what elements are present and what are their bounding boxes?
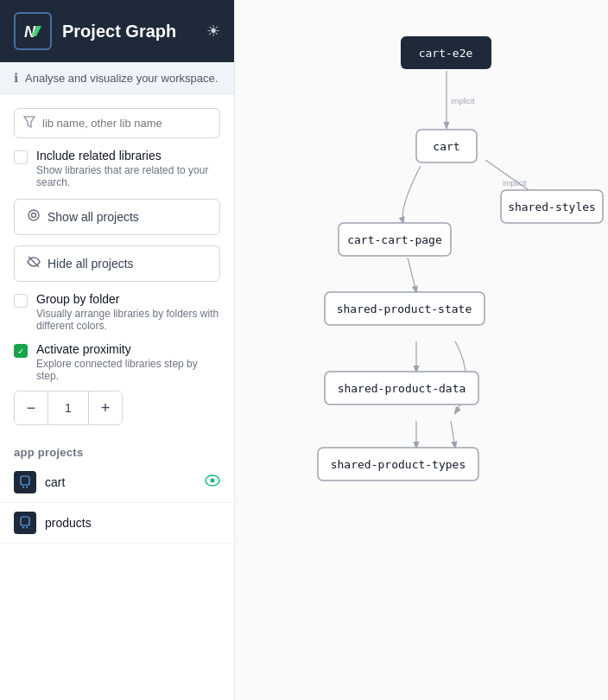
page-title: Project Graph xyxy=(62,22,196,41)
info-icon: ℹ xyxy=(14,71,18,85)
include-libraries-label: Include related libraries xyxy=(36,149,220,162)
svg-point-8 xyxy=(211,479,215,483)
svg-point-5 xyxy=(22,487,24,488)
svg-marker-2 xyxy=(24,117,35,127)
activate-proximity-row: ✓ Activate proximity Explore connected l… xyxy=(14,342,220,382)
project-item-products[interactable]: products xyxy=(0,503,234,544)
show-all-label: Show all projects xyxy=(48,210,139,224)
activate-proximity-checkbox[interactable]: ✓ xyxy=(14,344,28,358)
theme-toggle-button[interactable]: ☀ xyxy=(206,22,220,41)
svg-point-10 xyxy=(26,527,28,529)
proximity-stepper: − + xyxy=(14,391,123,425)
project-name-cart: cart xyxy=(45,475,196,489)
svg-text:implicit: implicit xyxy=(451,97,475,105)
project-graph-canvas: implicit implicit cart-e2e cart cart-car… xyxy=(235,0,608,700)
group-by-folder-checkbox[interactable] xyxy=(14,294,28,308)
svg-text:cart: cart xyxy=(433,140,459,153)
app-projects-section-label: app projects xyxy=(0,439,234,462)
hide-all-icon xyxy=(27,255,41,272)
include-libraries-row: Include related libraries Show libraries… xyxy=(14,149,220,188)
search-row xyxy=(14,108,220,138)
project-icon-cart xyxy=(14,471,36,493)
svg-line-17 xyxy=(451,421,455,448)
graph-svg: implicit implicit cart-e2e cart cart-car… xyxy=(235,0,608,700)
project-list: cart products xyxy=(0,462,234,544)
include-libraries-checkbox[interactable] xyxy=(14,150,28,164)
svg-rect-30 xyxy=(318,448,478,480)
svg-rect-24 xyxy=(501,190,603,223)
show-all-icon xyxy=(27,208,41,226)
project-item-cart[interactable]: cart xyxy=(0,462,234,503)
svg-rect-20 xyxy=(416,130,477,162)
svg-text:shared-product-state: shared-product-state xyxy=(337,302,472,315)
hide-all-label: Hide all projects xyxy=(48,257,134,270)
group-by-folder-desc: Visually arrange libraries by folders wi… xyxy=(36,308,220,332)
svg-text:cart-e2e: cart-e2e xyxy=(419,47,473,60)
svg-line-14 xyxy=(408,258,416,292)
nx-logo: N xyxy=(14,12,52,50)
svg-text:implicit: implicit xyxy=(503,179,527,188)
activate-proximity-section: ✓ Activate proximity Explore connected l… xyxy=(14,342,220,425)
group-by-folder-label: Group by folder xyxy=(36,292,220,306)
svg-text:shared-product-data: shared-product-data xyxy=(338,382,466,395)
info-bar: ℹ Analyse and visualize your workspace. xyxy=(0,62,234,94)
svg-text:cart-cart-page: cart-cart-page xyxy=(347,233,442,246)
svg-text:shared-product-types: shared-product-types xyxy=(331,458,466,471)
svg-point-4 xyxy=(32,213,36,218)
hide-all-projects-button[interactable]: Hide all projects xyxy=(14,245,220,282)
project-name-products: products xyxy=(45,516,220,530)
stepper-value-input[interactable] xyxy=(48,391,89,424)
activate-proximity-desc: Explore connected libraries step by step… xyxy=(36,358,220,382)
eye-visible-icon xyxy=(205,474,220,490)
search-input[interactable] xyxy=(42,117,211,130)
svg-text:shared-styles: shared-styles xyxy=(508,200,596,213)
svg-rect-26 xyxy=(325,292,484,325)
svg-rect-28 xyxy=(325,372,478,404)
group-by-folder-row: Group by folder Visually arrange librari… xyxy=(14,292,220,332)
info-text: Analyse and visualize your workspace. xyxy=(25,72,218,85)
svg-point-3 xyxy=(28,210,39,220)
sidebar: N Project Graph ☀ ℹ Analyse and visualiz… xyxy=(0,0,235,700)
stepper-decrement-button[interactable]: − xyxy=(15,391,48,424)
show-all-projects-button[interactable]: Show all projects xyxy=(14,199,220,235)
include-libraries-desc: Show libraries that are related to your … xyxy=(36,164,220,188)
svg-rect-22 xyxy=(339,223,451,256)
svg-point-6 xyxy=(26,487,28,488)
filter-icon xyxy=(23,116,35,130)
stepper-increment-button[interactable]: + xyxy=(89,391,122,424)
svg-point-9 xyxy=(22,527,24,529)
sidebar-controls: Include related libraries Show libraries… xyxy=(0,94,234,439)
project-icon-products xyxy=(14,512,36,534)
activate-proximity-label: Activate proximity xyxy=(36,342,220,356)
svg-rect-18 xyxy=(401,36,491,69)
sidebar-header: N Project Graph ☀ xyxy=(0,0,234,62)
